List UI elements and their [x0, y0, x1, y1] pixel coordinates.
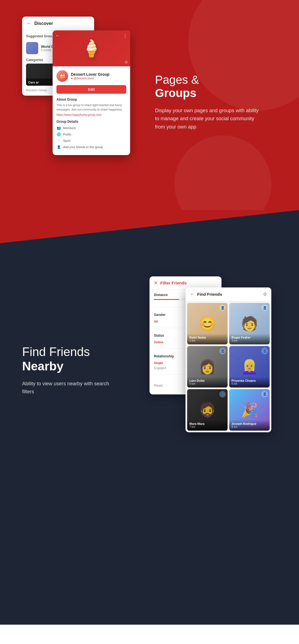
friend-distance-1: 2 km	[189, 339, 225, 342]
filter-slider-fill	[154, 299, 179, 300]
add-friends-icon: 👤	[56, 145, 61, 149]
friend-distance-6: 8 km	[231, 425, 267, 428]
friend-add-icon-6[interactable]: 👤	[261, 391, 268, 397]
friend-name-2: Roger Fedrer	[231, 336, 267, 339]
detail-row-sport: ♡ Sport	[56, 138, 126, 143]
friend-card-overlay-2: Roger Fedrer 3 km	[229, 334, 270, 344]
friend-add-icon-2[interactable]: 👤	[261, 305, 268, 311]
reset-label[interactable]: Reset	[154, 384, 163, 388]
left-text-content: Find Friends Nearby Ability to view user…	[22, 345, 122, 396]
filter-close-icon[interactable]: ✕	[154, 280, 158, 286]
find-friends-back-icon[interactable]: ←	[190, 291, 195, 297]
find-friends-light: Find Friends	[22, 345, 90, 358]
back-icon[interactable]: ←	[55, 33, 60, 38]
public-text: Public	[63, 133, 71, 136]
phones-container-bottom: ✕ Filter Friends Distance Gender All S	[150, 276, 277, 464]
more-options-icon[interactable]: ⋮	[123, 33, 127, 38]
public-icon: 🌐	[56, 132, 61, 137]
about-link[interactable]: https://www.happyfunny.group.com	[56, 113, 126, 116]
friends-grid: 😊 👤 Rafel Nadal 2 km 🧑 👤	[185, 301, 271, 432]
find-friends-title: Find Friends	[197, 292, 222, 297]
friend-card-overlay-4: Priyanka Chopra 6 km	[229, 377, 270, 388]
feature-description: Display your own pages and groups with a…	[155, 107, 260, 131]
group-thumb	[26, 42, 38, 54]
friend-card-1[interactable]: 😊 👤 Rafel Nadal 2 km	[187, 303, 228, 344]
discover-title: Discover	[34, 21, 53, 26]
diagonal-divider	[0, 210, 299, 243]
find-friends-nav-left: ← Find Friends	[190, 291, 222, 297]
find-friends-bold: Nearby	[22, 359, 122, 373]
find-friends-header: ← Find Friends ⚙	[185, 287, 271, 301]
friend-add-icon-4[interactable]: 👤	[261, 348, 268, 354]
friend-distance-2: 3 km	[231, 339, 267, 342]
friend-card-3[interactable]: 👩 👤 Lara Dutta 5 km	[187, 346, 228, 388]
group-thumb-img	[26, 42, 38, 54]
friend-card-overlay-1: Rafel Nadal 2 km	[187, 334, 228, 344]
friend-name-5: Mara Mara	[189, 422, 225, 425]
friend-card-2[interactable]: 🧑 👤 Roger Fedrer 3 km	[229, 303, 270, 344]
friend-name-4: Priyanka Chopra	[231, 379, 267, 382]
friend-name-3: Lara Dutta	[189, 379, 225, 382]
phones-container: ← Discover Suggested Grou... World C... …	[22, 17, 138, 188]
friend-name-6: Joseph Rodrigue	[231, 422, 267, 425]
heading-light: Pages &	[155, 73, 199, 86]
phone-group-detail-screen: ← ⋮ 🍦 ⊘ 🍰 Dessert Lover Group ●	[53, 30, 130, 155]
friend-card-4[interactable]: 👱‍♀️ 👤 Priyanka Chopra 6 km	[229, 346, 270, 388]
group-name-container: Dessert Lover Group ● @dessert.lover	[71, 72, 109, 80]
friend-distance-4: 6 km	[231, 382, 267, 385]
heading-bold: Groups	[155, 87, 277, 100]
verified-icon: ●	[71, 77, 73, 80]
filter-title: Filter Friends	[160, 281, 187, 285]
friend-distance-3: 5 km	[189, 382, 225, 385]
friend-card-6[interactable]: 🎉 👤 Joseph Rodrigue 8 km	[229, 389, 270, 431]
friend-add-icon-1[interactable]: 👤	[219, 305, 226, 311]
friend-card-overlay-5: Mara Mara 7 km	[187, 420, 228, 431]
find-friends-filter-icon[interactable]: ⚙	[263, 292, 267, 297]
group-handle: ● @dessert.lover	[71, 77, 109, 80]
group-avatar: 🍰	[56, 70, 68, 82]
group-header-row: 🍰 Dessert Lover Group ● @dessert.lover	[56, 70, 126, 82]
bottom-section: Find Friends Nearby Ability to view user…	[0, 243, 299, 625]
group-details-title: Group Details	[56, 120, 126, 124]
detail-row-members: 👥 Members	[56, 126, 126, 130]
add-friends-text: Add your friends to this group	[63, 145, 103, 149]
about-title: About Group	[56, 98, 126, 101]
bottom-content: Find Friends Nearby Ability to view user…	[0, 260, 299, 464]
friend-distance-5: 7 km	[189, 425, 225, 428]
top-section: ← Discover Suggested Grou... World C... …	[0, 0, 299, 210]
phone-find-friends-screen: ← Find Friends ⚙ 😊 👤 Rafel Nadal	[185, 287, 271, 432]
group-detail-body: 🍰 Dessert Lover Group ● @dessert.lover E…	[53, 66, 130, 155]
discover-header: ← Discover	[22, 17, 94, 30]
friend-card-5[interactable]: 🧔 👤 Mara Mara 7 km	[187, 389, 228, 431]
friend-add-icon-5[interactable]: 👤	[219, 391, 226, 397]
find-friends-description: Ability to view users nearby with search…	[22, 380, 122, 396]
friend-add-icon-3[interactable]: 👤	[219, 348, 226, 354]
sport-icon: ♡	[56, 138, 61, 143]
icecream-emoji: 🍦	[81, 39, 102, 58]
friend-card-overlay-6: Joseph Rodrigue 8 km	[229, 420, 270, 431]
icecream-area: ← ⋮ 🍦 ⊘	[53, 30, 130, 66]
back-arrow-icon: ←	[27, 20, 32, 26]
compass-icon: ⊘	[125, 60, 128, 64]
top-content: ← Discover Suggested Grou... World C... …	[0, 17, 299, 188]
category-card-text: Cars ar	[28, 81, 39, 84]
detail-row-add-friends: 👤 Add your friends to this group	[56, 145, 126, 149]
feature-heading: Pages & Groups	[155, 73, 277, 100]
members-icon: 👥	[56, 126, 61, 130]
find-friends-heading: Find Friends Nearby	[22, 345, 122, 373]
friend-card-overlay-3: Lara Dutta 5 km	[187, 377, 228, 388]
icecream-header-icons: ← ⋮	[55, 33, 127, 38]
right-text-content: Pages & Groups Display your own pages an…	[138, 73, 277, 131]
members-text: Members	[63, 126, 76, 130]
edit-button[interactable]: Edit	[56, 85, 126, 94]
group-name-main: Dessert Lover Group	[71, 72, 109, 77]
about-text: This is a fun group to share light heart…	[56, 103, 126, 112]
handle-text: @dessert.lover	[74, 77, 94, 80]
friend-name-1: Rafel Nadal	[189, 336, 225, 339]
sport-text: Sport	[63, 139, 70, 142]
detail-row-public: 🌐 Public	[56, 132, 126, 137]
